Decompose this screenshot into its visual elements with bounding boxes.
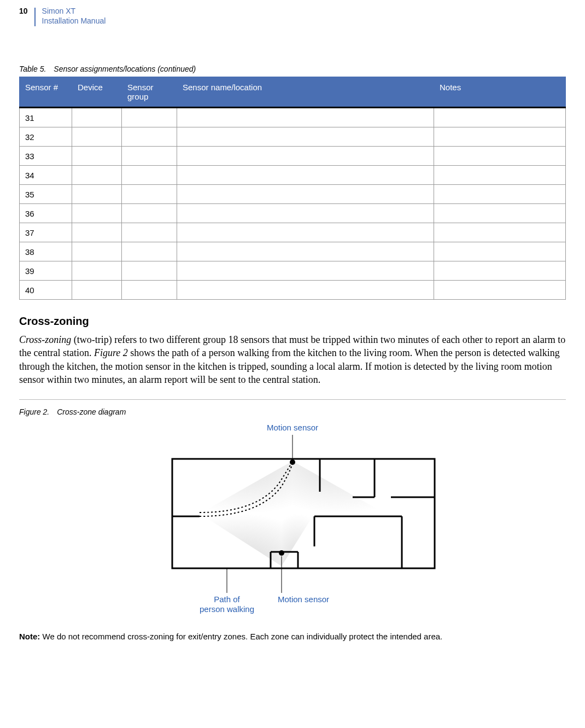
- motion-sensor-dot-top: [290, 459, 295, 465]
- beam-top-right: [292, 461, 385, 514]
- cell-name: [177, 166, 434, 185]
- cell-notes: [434, 127, 566, 147]
- motion-sensor-dot-bottom: [279, 550, 284, 556]
- page-header: 10 Simon XT Installation Manual: [19, 0, 566, 26]
- label-path-line2: person walking: [200, 604, 254, 614]
- cell-name: [177, 127, 434, 147]
- table-row: 33: [20, 147, 566, 166]
- beam-bottom-left: [200, 514, 282, 566]
- cell-sensor-number: 40: [20, 281, 72, 300]
- cell-notes: [434, 242, 566, 261]
- em-figure-ref: Figure 2: [94, 347, 128, 358]
- cell-name: [177, 204, 434, 223]
- cell-group: [122, 147, 177, 166]
- table-caption-text: Sensor assignments/locations (continued): [54, 65, 196, 73]
- figure-caption-text: Cross-zone diagram: [57, 407, 126, 416]
- cell-device: [72, 242, 122, 261]
- cell-device: [72, 166, 122, 185]
- th-sensor-name-location: Sensor name/location: [177, 77, 434, 108]
- cell-group: [122, 127, 177, 147]
- table-row: 32: [20, 127, 566, 147]
- page-number: 10: [19, 7, 34, 15]
- table-row: 40: [20, 281, 566, 300]
- th-sensor-number: Sensor #: [20, 77, 72, 108]
- cell-device: [72, 108, 122, 127]
- cell-name: [177, 261, 434, 281]
- cell-device: [72, 185, 122, 204]
- cell-sensor-number: 36: [20, 204, 72, 223]
- cell-name: [177, 185, 434, 204]
- note-block: Note: We do not recommend cross-zoning f…: [19, 632, 566, 641]
- cross-zoning-paragraph: Cross-zoning (two-trip) refers to two di…: [19, 333, 566, 386]
- cell-sensor-number: 37: [20, 223, 72, 242]
- cell-sensor-number: 31: [20, 108, 72, 127]
- table-row: 38: [20, 242, 566, 261]
- header-title-line1: Simon XT: [42, 7, 106, 16]
- cell-sensor-number: 32: [20, 127, 72, 147]
- table-row: 37: [20, 223, 566, 242]
- cell-sensor-number: 35: [20, 185, 72, 204]
- cell-notes: [434, 223, 566, 242]
- header-divider: [34, 8, 36, 26]
- em-cross-zoning: Cross-zoning: [19, 334, 71, 345]
- figure-caption-number: Figure 2.: [19, 407, 49, 416]
- cell-sensor-number: 34: [20, 166, 72, 185]
- header-title-block: Simon XT Installation Manual: [42, 7, 106, 26]
- table-row: 36: [20, 204, 566, 223]
- cell-group: [122, 185, 177, 204]
- cell-notes: [434, 281, 566, 300]
- cell-notes: [434, 147, 566, 166]
- table-caption: Table 5.Sensor assignments/locations (co…: [19, 65, 566, 73]
- section-heading-cross-zoning: Cross-zoning: [19, 315, 566, 328]
- label-motion-sensor-bottom: Motion sensor: [278, 595, 329, 604]
- th-device: Device: [72, 77, 122, 108]
- cell-device: [72, 127, 122, 147]
- cell-sensor-number: 38: [20, 242, 72, 261]
- cell-name: [177, 242, 434, 261]
- header-title-line2: Installation Manual: [42, 16, 106, 26]
- cell-notes: [434, 204, 566, 223]
- table-row: 35: [20, 185, 566, 204]
- cell-notes: [434, 108, 566, 127]
- cell-device: [72, 261, 122, 281]
- cell-group: [122, 242, 177, 261]
- cell-device: [72, 281, 122, 300]
- cell-notes: [434, 166, 566, 185]
- table-caption-number: Table 5.: [19, 65, 46, 73]
- cell-group: [122, 281, 177, 300]
- cell-name: [177, 108, 434, 127]
- note-text: We do not recommend cross-zoning for exi…: [40, 632, 442, 641]
- sensor-table: Sensor # Device Sensor group Sensor name…: [19, 77, 566, 300]
- cell-sensor-number: 39: [20, 261, 72, 281]
- figure-caption: Figure 2.Cross-zone diagram: [19, 407, 566, 416]
- cell-notes: [434, 185, 566, 204]
- cell-notes: [434, 261, 566, 281]
- cell-device: [72, 147, 122, 166]
- cell-group: [122, 204, 177, 223]
- cell-device: [72, 204, 122, 223]
- cross-zone-svg: Motion sensor: [118, 421, 467, 618]
- cell-group: [122, 166, 177, 185]
- note-label: Note:: [19, 632, 40, 641]
- cell-sensor-number: 33: [20, 147, 72, 166]
- th-sensor-group: Sensor group: [122, 77, 177, 108]
- cell-group: [122, 261, 177, 281]
- table-row: 34: [20, 166, 566, 185]
- table-row: 39: [20, 261, 566, 281]
- figure-cross-zone-diagram: Motion sensor: [19, 421, 566, 618]
- cell-name: [177, 281, 434, 300]
- cell-name: [177, 223, 434, 242]
- th-notes: Notes: [434, 77, 566, 108]
- label-motion-sensor-top: Motion sensor: [267, 423, 318, 432]
- cell-group: [122, 108, 177, 127]
- cell-group: [122, 223, 177, 242]
- cell-name: [177, 147, 434, 166]
- cell-device: [72, 223, 122, 242]
- label-path-line1: Path of: [214, 595, 240, 604]
- section-rule: [19, 399, 566, 400]
- table-row: 31: [20, 108, 566, 127]
